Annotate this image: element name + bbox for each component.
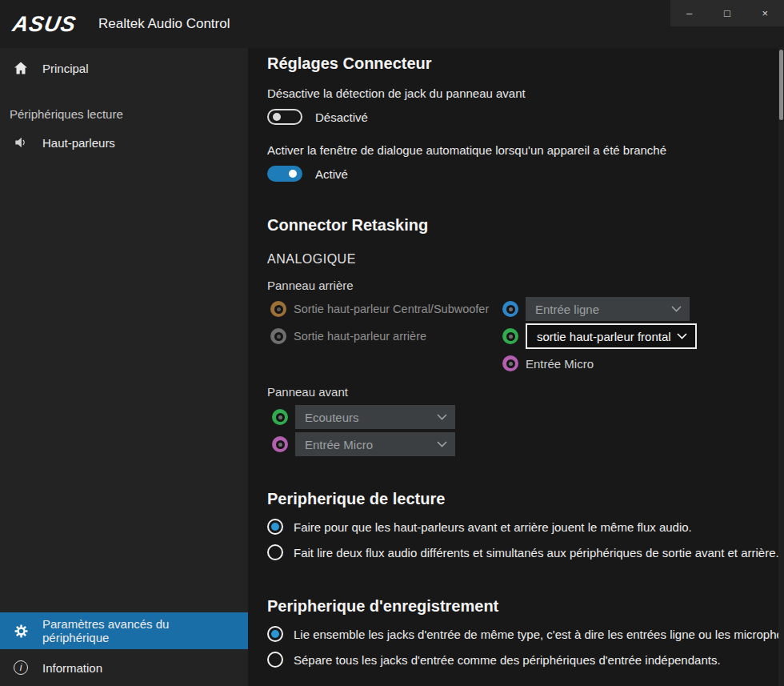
sidebar: Principal Périphériques lecture Haut-par… xyxy=(0,48,248,686)
toggle-auto-popup-dialog[interactable] xyxy=(267,166,302,182)
sidebar-item-information[interactable]: i Information xyxy=(0,649,248,686)
sidebar-item-label: Paramètres avancés du périphérique xyxy=(42,617,235,644)
fixed-jack-row-rear-speaker: Sortie haut-parleur arrière xyxy=(267,324,502,348)
fixed-jack-label: Sortie haut-parleur Central/Subwoofer xyxy=(294,303,489,315)
section-title-playback-device: Peripherique de lecture xyxy=(267,488,778,509)
sidebar-item-label: Information xyxy=(42,661,102,675)
retask-row-headphones: Ecouteurs xyxy=(267,405,778,429)
jack-icon-orange xyxy=(270,301,286,317)
rear-panel-grid: Sortie haut-parleur Central/Subwoofer En… xyxy=(267,297,778,375)
radio-button-icon xyxy=(267,626,283,642)
retask-row-line-in: Entrée ligne xyxy=(502,297,778,321)
sidebar-item-label: Haut-parleurs xyxy=(42,136,115,150)
radio-button-icon xyxy=(267,652,283,668)
retask-select-front-mic-in[interactable]: Entrée Micro xyxy=(295,432,455,456)
jack-icon-green xyxy=(272,409,288,425)
retask-row-front-mic-in: Entrée Micro xyxy=(267,432,778,456)
sidebar-item-advanced-device-settings[interactable]: Paramètres avancés du périphérique xyxy=(0,612,248,649)
close-button[interactable]: × xyxy=(746,0,784,26)
toggle-label-auto-popup-dialog: Activer la fenêtre de dialogue automatiq… xyxy=(267,142,778,158)
app-window: ASUS Realtek Audio Control – □ × Princip… xyxy=(0,0,784,686)
toggle-row-front-jack-detection: Désactivé xyxy=(267,108,778,126)
fixed-jack-label: Sortie haut-parleur arrière xyxy=(294,330,426,343)
chevron-down-icon xyxy=(677,333,687,339)
rear-panel-label: Panneau arrière xyxy=(267,277,778,294)
toggle-state-label: Activé xyxy=(315,167,348,181)
sidebar-item-principal[interactable]: Principal xyxy=(0,50,248,86)
minimize-button[interactable]: – xyxy=(670,0,708,26)
select-value: sortie haut-parleur frontal xyxy=(537,330,671,343)
toggle-front-jack-detection[interactable] xyxy=(267,109,302,125)
toggle-state-label: Désactivé xyxy=(315,110,368,124)
retask-row-mic-in: Entrée Micro xyxy=(502,351,778,375)
radio-option-label: Faire pour que les haut-parleurs avant e… xyxy=(294,520,692,534)
chevron-down-icon xyxy=(437,441,447,447)
sidebar-item-label: Principal xyxy=(42,62,89,75)
scrollbar-thumb[interactable] xyxy=(779,50,783,120)
jack-icon-blue xyxy=(502,301,518,317)
fixed-jack-row-center-subwoofer: Sortie haut-parleur Central/Subwoofer xyxy=(267,297,502,321)
toggle-label-front-jack-detection: Désactive la détection de jack du pannea… xyxy=(267,85,778,102)
subsection-analog: ANALOGIQUE xyxy=(267,251,778,267)
toggle-knob xyxy=(289,170,297,178)
radio-option-label: Fait lire deux flux audio différents et … xyxy=(294,546,778,560)
radio-button-icon xyxy=(267,519,283,535)
toggle-row-auto-popup-dialog: Activé xyxy=(267,165,778,183)
section-title-connector-settings: Réglages Connecteur xyxy=(267,53,778,74)
main-content: Réglages Connecteur Désactive la détecti… xyxy=(248,48,778,686)
empty-cell xyxy=(267,351,502,375)
radio-option-tie-input-jacks[interactable]: Lie ensemble les jacks d'entrée de même … xyxy=(267,624,778,644)
sidebar-item-speakers[interactable]: Haut-parleurs xyxy=(0,124,248,161)
jack-icon-green xyxy=(502,328,518,344)
home-icon xyxy=(13,60,29,76)
titlebar: ASUS Realtek Audio Control – □ × xyxy=(0,0,784,48)
info-icon: i xyxy=(13,660,29,676)
window-controls: – □ × xyxy=(670,0,784,26)
toggle-knob xyxy=(273,113,281,121)
chevron-down-icon xyxy=(671,306,682,312)
select-value: Entrée Micro xyxy=(305,438,373,451)
section-title-connector-retasking: Connector Retasking xyxy=(267,215,778,235)
select-value: Entrée ligne xyxy=(535,303,599,316)
retask-row-front-speaker-out: sortie haut-parleur frontal xyxy=(502,324,778,348)
asus-logo: ASUS xyxy=(10,12,78,37)
radio-option-same-audio-stream[interactable]: Faire pour que les haut-parleurs avant e… xyxy=(267,517,778,536)
section-title-recording-device: Peripherique d'enregistrement xyxy=(267,596,778,616)
front-panel-label: Panneau avant xyxy=(267,383,778,400)
retask-select-line-in[interactable]: Entrée ligne xyxy=(526,297,690,321)
maximize-button[interactable]: □ xyxy=(708,0,746,26)
retask-select-front-speaker-out[interactable]: sortie haut-parleur frontal xyxy=(526,323,697,349)
jack-icon-pink xyxy=(272,436,288,452)
app-title: Realtek Audio Control xyxy=(98,16,230,32)
speaker-icon xyxy=(13,134,29,150)
retask-select-headphones[interactable]: Ecouteurs xyxy=(295,405,455,429)
radio-button-icon xyxy=(267,544,283,560)
jack-icon-gray xyxy=(270,328,286,344)
sidebar-section-playback-devices: Périphériques lecture xyxy=(10,107,248,121)
sidebar-spacer xyxy=(0,161,248,612)
retask-label-mic-in: Entrée Micro xyxy=(526,357,594,371)
radio-option-different-audio-streams[interactable]: Fait lire deux flux audio différents et … xyxy=(267,543,778,562)
jack-icon-pink xyxy=(502,355,518,371)
scrollbar-track[interactable] xyxy=(778,48,784,686)
radio-option-label: Lie ensemble les jacks d'entrée de même … xyxy=(294,628,778,641)
gear-icon xyxy=(13,623,29,639)
radio-option-separate-input-jacks[interactable]: Sépare tous les jacks d'entrée comme des… xyxy=(267,650,778,669)
radio-option-label: Sépare tous les jacks d'entrée comme des… xyxy=(294,653,721,667)
select-value: Ecouteurs xyxy=(305,411,359,424)
chevron-down-icon xyxy=(437,414,447,420)
